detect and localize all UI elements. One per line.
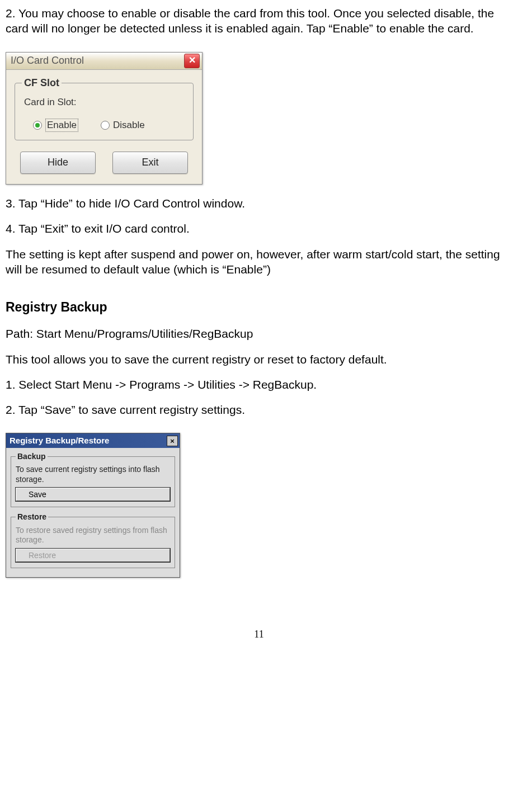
cf-slot-legend: CF Slot	[22, 77, 62, 89]
backup-text: To save current registry settings into f…	[16, 465, 170, 484]
backup-group: Backup To save current registry settings…	[11, 451, 175, 507]
restore-text: To restore saved registry settings from …	[16, 526, 170, 545]
close-icon[interactable]: ×	[167, 436, 178, 446]
card-in-slot-label: Card in Slot:	[24, 96, 186, 108]
registry-step1: 1. Select Start Menu -> Programs -> Util…	[6, 377, 512, 392]
enable-radio[interactable]: Enable	[33, 119, 78, 132]
io-titlebar: I/O Card Control ✕	[6, 53, 202, 70]
paragraph-step4: 4. Tap “Exit” to exit I/O card control.	[6, 221, 512, 236]
hide-button[interactable]: Hide	[20, 152, 96, 174]
io-window: I/O Card Control ✕ CF Slot Card in Slot:…	[6, 52, 203, 185]
radio-icon	[33, 121, 42, 130]
registry-desc: This tool allows you to save the current…	[6, 352, 512, 367]
paragraph-note: The setting is kept after suspend and po…	[6, 247, 512, 277]
io-button-row: Hide Exit	[15, 152, 194, 174]
restore-button[interactable]: Restore	[16, 549, 170, 562]
close-icon[interactable]: ✕	[184, 54, 200, 68]
backup-legend: Backup	[16, 451, 48, 461]
radio-icon	[101, 121, 110, 130]
radio-group: Enable Disable	[22, 119, 186, 132]
io-card-control-screenshot: I/O Card Control ✕ CF Slot Card in Slot:…	[6, 52, 203, 185]
restore-group: Restore To restore saved registry settin…	[11, 512, 175, 568]
disable-label: Disable	[113, 119, 145, 131]
page-number: 11	[6, 628, 512, 641]
reg-titlebar: Registry Backup/Restore ×	[6, 433, 180, 448]
registry-step2: 2. Tap “Save” to save current registry s…	[6, 402, 512, 417]
io-body: CF Slot Card in Slot: Enable Disable Hid…	[6, 70, 202, 185]
registry-backup-heading: Registry Backup	[6, 299, 512, 316]
enable-label: Enable	[45, 119, 78, 132]
reg-body: Backup To save current registry settings…	[6, 448, 180, 577]
registry-backup-screenshot: Registry Backup/Restore × Backup To save…	[6, 433, 180, 577]
reg-window: Registry Backup/Restore × Backup To save…	[6, 433, 180, 577]
save-button[interactable]: Save	[16, 488, 170, 501]
io-title-text: I/O Card Control	[11, 54, 184, 67]
restore-legend: Restore	[16, 512, 48, 522]
paragraph-step2: 2. You may choose to enable or disable t…	[6, 6, 512, 36]
paragraph-step3: 3. Tap “Hide” to hide I/O Card Control w…	[6, 196, 512, 211]
exit-button[interactable]: Exit	[112, 152, 188, 174]
reg-title-text: Registry Backup/Restore	[10, 435, 167, 446]
disable-radio[interactable]: Disable	[101, 119, 145, 132]
registry-path: Path: Start Menu/Programs/Utilities/RegB…	[6, 326, 512, 341]
cf-slot-group: CF Slot Card in Slot: Enable Disable	[15, 77, 194, 141]
